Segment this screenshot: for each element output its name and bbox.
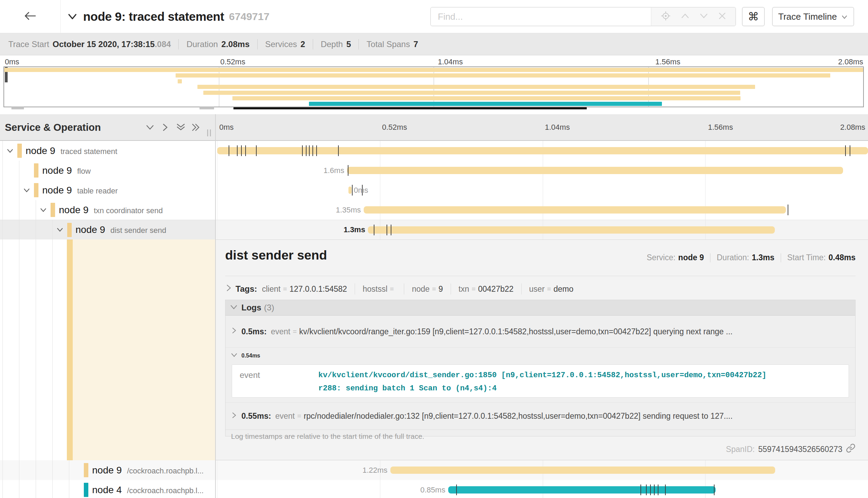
span-duration-bar[interactable] xyxy=(364,206,786,214)
span-row[interactable]: node 9table reader0ms xyxy=(0,180,868,200)
minimap-span-row xyxy=(4,67,863,73)
span-duration-bar[interactable] xyxy=(448,486,716,494)
logs-header[interactable]: Logs (3) xyxy=(225,300,855,316)
span-row[interactable]: node 9txn coordinator send1.35ms xyxy=(0,200,868,220)
span-detail-row: dist sender send Service: node 9 Duratio… xyxy=(0,239,868,460)
expand-one-icon[interactable] xyxy=(161,123,170,132)
span-row-timeline-cell[interactable]: 1.3ms xyxy=(216,220,868,239)
indent-guide xyxy=(52,220,53,239)
span-row-tree-cell[interactable]: node 9dist sender send xyxy=(0,220,215,239)
span-row-timeline-cell[interactable]: 1.22ms xyxy=(216,460,868,480)
span-duration-bar[interactable] xyxy=(347,167,843,174)
tag-equals: = xyxy=(547,285,551,293)
span-row-label[interactable]: node 9table reader xyxy=(42,185,118,196)
span-row-tree-cell[interactable]: node 9table reader xyxy=(0,180,215,200)
collapse-all-icon[interactable] xyxy=(175,122,186,133)
log-entry-row[interactable]: 0.5ms:event=kv/kvclient/kvcoord/range_it… xyxy=(225,316,855,347)
span-operation-name: flow xyxy=(77,167,91,175)
span-row-timeline-cell[interactable]: 1.6ms xyxy=(216,161,868,180)
tags-list: client=127.0.0.1:54582hostssl=node=9txn=… xyxy=(262,283,573,295)
log-entry-header[interactable]: 0.54ms xyxy=(225,348,855,364)
chevron-down-icon[interactable] xyxy=(6,147,14,155)
span-row-label[interactable]: node 9flow xyxy=(42,165,91,176)
locate-icon[interactable] xyxy=(661,11,671,22)
indent-guide xyxy=(36,220,36,239)
find-box xyxy=(430,7,736,26)
indent-guide xyxy=(52,460,53,480)
span-color-swatch xyxy=(84,483,88,497)
span-event-tick xyxy=(714,485,715,495)
tag-value: 127.0.0.1:54582 xyxy=(290,284,347,294)
span-duration-label: 1.3ms xyxy=(344,225,365,234)
span-row-label[interactable]: node 9/cockroach.roachpb.l... xyxy=(92,465,204,476)
span-row[interactable]: node 9flow1.6ms xyxy=(0,161,868,180)
clear-search-icon[interactable] xyxy=(718,12,726,21)
span-row[interactable]: node 9dist sender send1.3ms xyxy=(0,220,868,239)
indent-guide xyxy=(2,460,3,480)
timeline-axis: 0ms0.52ms1.04ms1.56ms2.08ms xyxy=(216,114,868,140)
log-field-key: event xyxy=(271,327,290,336)
log-entry-row[interactable]: 0.55ms:event=rpc/nodedialer/nodedialer.g… xyxy=(225,402,855,429)
duration-value: 1.3ms xyxy=(752,253,774,262)
minimap-span-row xyxy=(4,79,863,84)
back-icon xyxy=(24,11,37,22)
span-event-tick xyxy=(348,165,348,176)
collapse-one-icon[interactable] xyxy=(145,123,155,132)
tags-toggle-row[interactable]: Tags: client=127.0.0.1:54582hostssl=node… xyxy=(225,281,574,297)
next-result-icon[interactable] xyxy=(699,12,709,21)
span-color-swatch xyxy=(84,463,88,477)
axis-tick-label: 2.08ms xyxy=(838,57,863,66)
view-dropdown-button[interactable]: Trace Timeline xyxy=(772,7,854,26)
span-row-tree-cell[interactable]: node 9txn coordinator send xyxy=(0,200,215,220)
span-row-timeline-cell[interactable]: 0.85ms xyxy=(216,480,868,498)
span-duration-bar[interactable] xyxy=(217,147,868,154)
trace-meta-value: October 15 2020, 17:38:15 xyxy=(53,39,155,49)
span-row-timeline-cell[interactable]: 1.35ms xyxy=(216,200,868,220)
expand-all-icon[interactable] xyxy=(191,122,202,133)
span-detail-title: dist sender send xyxy=(225,248,327,263)
back-button[interactable] xyxy=(0,0,61,33)
span-row[interactable]: node 9/cockroach.roachpb.l...1.22ms xyxy=(0,460,868,480)
column-divider[interactable] xyxy=(215,114,216,498)
timeline-gridline xyxy=(217,161,218,180)
span-row-tree-cell[interactable]: node 4/cockroach.roachpb.l... xyxy=(0,480,215,498)
chevron-down-icon[interactable] xyxy=(23,187,30,194)
span-row-timeline-cell[interactable] xyxy=(216,141,868,161)
logs-note: Log timestamps are relative to the start… xyxy=(225,429,855,443)
span-duration-bar[interactable] xyxy=(368,226,774,234)
indent-guide xyxy=(69,480,69,498)
timeline-gridline xyxy=(217,460,218,480)
trace-meta-value: 5 xyxy=(346,39,351,49)
link-icon[interactable] xyxy=(846,443,856,455)
prev-result-icon[interactable] xyxy=(680,12,690,21)
span-duration-bar[interactable] xyxy=(348,187,352,194)
indent-guide xyxy=(2,180,3,200)
axis-tick-label: 2.08ms xyxy=(840,123,865,132)
span-duration-label: 1.35ms xyxy=(336,206,361,215)
chevron-down-icon[interactable] xyxy=(56,226,64,234)
chevron-down-icon[interactable] xyxy=(39,206,47,214)
span-row[interactable]: node 9traced statement xyxy=(0,141,868,161)
span-row-tree-cell[interactable]: node 9flow xyxy=(0,161,215,180)
span-row-label[interactable]: node 9traced statement xyxy=(26,145,117,156)
span-event-tick xyxy=(374,225,374,235)
span-rows: node 9traced statementnode 9flow1.6msnod… xyxy=(0,141,868,239)
tag-separator xyxy=(521,283,522,295)
span-row-timeline-cell[interactable]: 0ms xyxy=(216,180,868,200)
find-input[interactable] xyxy=(431,8,651,26)
span-duration-bar[interactable] xyxy=(390,467,775,474)
span-row-label[interactable]: node 9dist sender send xyxy=(76,224,166,235)
keyboard-shortcuts-button[interactable]: ⌘ xyxy=(742,7,765,26)
span-row-tree-cell[interactable]: node 9/cockroach.roachpb.l... xyxy=(0,460,215,480)
span-row-label[interactable]: node 4/cockroach.roachpb.l... xyxy=(92,485,204,496)
span-row-tree-cell[interactable]: node 9traced statement xyxy=(0,141,215,161)
trace-meta-value: 2.08ms xyxy=(221,39,249,49)
indent-guide xyxy=(19,180,19,200)
span-event-tick xyxy=(654,485,655,495)
minimap-canvas[interactable] xyxy=(3,66,864,107)
span-row[interactable]: node 4/cockroach.roachpb.l...0.85ms xyxy=(0,480,868,498)
collapse-trace-chevron-icon[interactable] xyxy=(67,11,78,22)
minimap-scrollbar-thumb[interactable] xyxy=(233,107,587,109)
column-resizer-grip[interactable] xyxy=(207,129,211,136)
span-row-label[interactable]: node 9txn coordinator send xyxy=(59,205,163,216)
